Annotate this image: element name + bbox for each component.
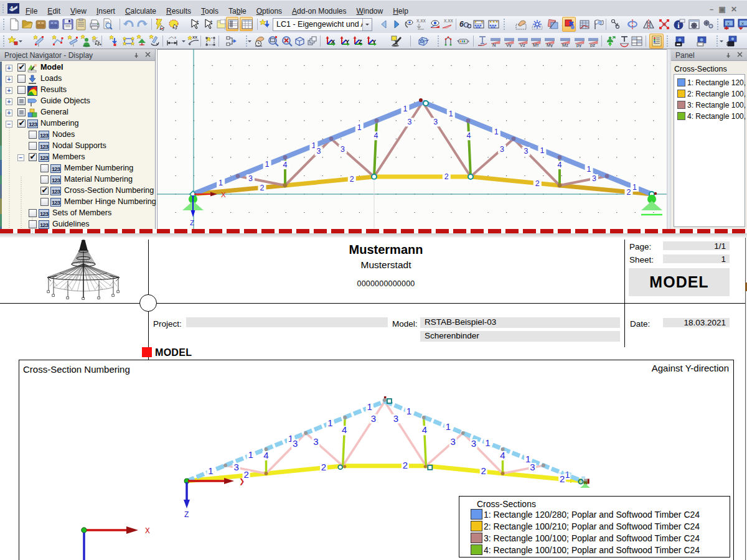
svg-text:123: 123 <box>29 121 37 128</box>
svg-text:Mz: Mz <box>562 42 568 47</box>
svg-text:1: 1 <box>208 465 213 476</box>
svg-text:N: N <box>492 42 496 47</box>
svg-text:My: My <box>547 42 553 47</box>
svg-text:X: X <box>331 39 335 45</box>
svg-text:X: X <box>145 526 150 536</box>
svg-text:Y: Y <box>345 39 349 45</box>
svg-text:1: 1 <box>494 128 499 136</box>
svg-text:X: X <box>221 191 226 198</box>
svg-text:123: 123 <box>52 166 60 172</box>
svg-text:1: 1 <box>406 406 411 416</box>
svg-text:+: + <box>210 19 213 24</box>
svg-text:Vy: Vy <box>506 42 512 47</box>
svg-text:❯: ❯ <box>239 477 245 485</box>
svg-text:3: 3 <box>317 147 321 156</box>
svg-text:Vz: Vz <box>520 42 525 47</box>
svg-text:4: 4 <box>342 424 347 435</box>
svg-text:2: 2 <box>535 179 540 188</box>
svg-text:XX: XX <box>192 35 197 39</box>
svg-text:123: 123 <box>40 143 49 150</box>
svg-text:3: 3 <box>451 436 456 447</box>
svg-text:4: 4 <box>9 4 13 13</box>
svg-text:2: 2 <box>560 474 565 484</box>
svg-text:pz: pz <box>590 42 595 47</box>
svg-text:1: 1 <box>367 401 372 412</box>
svg-text:3: 3 <box>471 438 476 449</box>
svg-text:2: 2 <box>321 462 326 472</box>
svg-text:3: 3 <box>393 413 398 424</box>
svg-text:123: 123 <box>52 199 60 206</box>
svg-text:Y: Y <box>372 39 376 45</box>
svg-text:3: 3 <box>524 147 529 156</box>
svg-text:3: 3 <box>592 174 596 183</box>
svg-text:1: 1 <box>327 418 332 428</box>
svg-text:I: I <box>73 44 74 47</box>
svg-text:x: x <box>174 35 176 39</box>
svg-text:3: 3 <box>341 145 345 154</box>
svg-text:4: 4 <box>374 131 378 140</box>
svg-text:6: 6 <box>459 20 464 29</box>
svg-text:2: 2 <box>403 460 408 470</box>
svg-text:3: 3 <box>407 118 411 126</box>
svg-text:2: 2 <box>627 188 631 197</box>
svg-text:3: 3 <box>313 436 318 447</box>
svg-text:3: 3 <box>371 413 376 424</box>
svg-text:1: 1 <box>218 179 223 187</box>
svg-text:4: 4 <box>422 424 427 435</box>
svg-text:3: 3 <box>530 462 535 472</box>
svg-text:Z: Z <box>184 510 189 519</box>
svg-text:Z: Z <box>190 219 194 226</box>
svg-text:4: 4 <box>283 161 288 169</box>
svg-text:3: 3 <box>293 438 298 449</box>
svg-text:123: 123 <box>40 132 49 139</box>
svg-text:4: 4 <box>467 131 471 140</box>
svg-text:4: 4 <box>263 450 268 460</box>
svg-text:Mᴛ: Mᴛ <box>533 42 539 47</box>
svg-text:X: X <box>741 22 744 26</box>
svg-text:4: 4 <box>500 450 505 460</box>
svg-text:1: 1 <box>449 110 453 118</box>
svg-text:2: 2 <box>260 184 265 192</box>
svg-text:3: 3 <box>234 462 239 472</box>
svg-text:123: 123 <box>40 210 49 217</box>
svg-text:1: 1 <box>485 437 490 448</box>
svg-text:1: 1 <box>403 105 407 113</box>
svg-text:2: 2 <box>444 172 449 181</box>
svg-text:3: 3 <box>248 174 253 183</box>
svg-text:I: I <box>38 44 39 47</box>
svg-text:1: 1 <box>540 146 544 155</box>
svg-text:1: 1 <box>587 165 591 174</box>
svg-text:X: X <box>727 22 730 26</box>
svg-text:2: 2 <box>481 465 486 476</box>
svg-text:X.XX: X.XX <box>444 19 453 23</box>
svg-text:123: 123 <box>52 177 60 184</box>
svg-text:+: + <box>196 19 199 24</box>
svg-text:3: 3 <box>500 145 504 154</box>
svg-text:X.XX: X.XX <box>416 19 426 23</box>
svg-text:123: 123 <box>40 222 49 228</box>
svg-text:2: 2 <box>350 175 354 184</box>
svg-text:Z: Z <box>359 39 362 45</box>
svg-text:123: 123 <box>40 154 49 161</box>
svg-text:3: 3 <box>433 118 438 126</box>
svg-text:1: 1 <box>248 449 253 460</box>
svg-text:4: 4 <box>558 161 562 169</box>
svg-text:py: py <box>576 42 581 47</box>
svg-text:1: 1 <box>632 183 637 192</box>
svg-text:1: 1 <box>265 160 270 169</box>
svg-text:1: 1 <box>446 421 451 432</box>
svg-text:1: 1 <box>357 123 362 132</box>
svg-text:123: 123 <box>52 188 60 195</box>
